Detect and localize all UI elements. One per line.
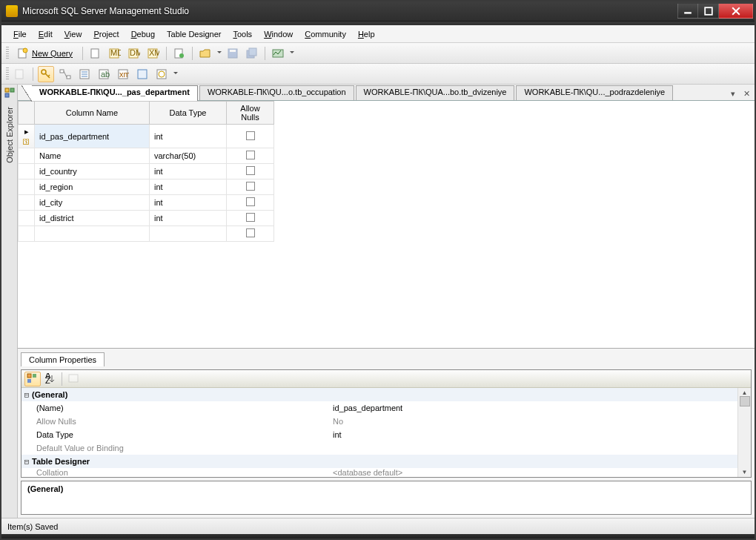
prop-row-name[interactable]: (Name)id_pas_department <box>21 401 737 415</box>
checkbox-unchecked[interactable] <box>246 197 255 206</box>
new-xmla-button[interactable]: XML <box>145 45 162 62</box>
menu-project[interactable]: Project <box>87 28 125 40</box>
menu-file[interactable]: File <box>7 28 33 40</box>
open-project-button[interactable] <box>171 45 188 62</box>
column-name-cell[interactable]: id_country <box>35 164 150 180</box>
open-dropdown[interactable] <box>216 45 222 62</box>
checkbox-unchecked[interactable] <box>246 228 255 237</box>
menu-tools[interactable]: Tools <box>227 28 258 40</box>
checkbox-unchecked[interactable] <box>246 166 255 175</box>
column-row[interactable]: Name varchar(50) <box>19 148 274 164</box>
title-bar[interactable]: Microsoft SQL Server Management Studio <box>1 1 755 22</box>
column-row-empty[interactable] <box>19 226 274 242</box>
category-table-designer[interactable]: ⊟Table Designer <box>21 455 737 468</box>
row-handle[interactable]: ▸⚿ <box>19 125 35 148</box>
column-header-name[interactable]: Column Name <box>35 102 150 125</box>
categorized-button[interactable] <box>24 372 41 386</box>
object-explorer-icon[interactable] <box>3 86 16 99</box>
checkbox-unchecked[interactable] <box>246 151 255 159</box>
menu-edit[interactable]: Edit <box>33 28 59 40</box>
menu-help[interactable]: Help <box>352 28 381 40</box>
fulltext-index-button[interactable]: ab <box>96 66 112 82</box>
column-row[interactable]: id_district int <box>19 211 274 226</box>
checkbox-unchecked[interactable] <box>246 182 255 191</box>
column-type-cell[interactable]: int <box>150 195 227 211</box>
object-explorer-label[interactable]: Object Explorer <box>4 104 16 166</box>
set-primary-key-button[interactable] <box>38 66 54 82</box>
column-header-type[interactable]: Data Type <box>150 102 227 125</box>
column-type-cell[interactable]: int <box>150 125 227 148</box>
column-row[interactable]: id_country int <box>19 164 274 180</box>
new-query-button[interactable]: New Query <box>12 45 78 62</box>
collapse-icon[interactable]: ⊟ <box>21 390 32 400</box>
save-button[interactable] <box>225 45 241 62</box>
new-mdx-button[interactable]: MDX <box>107 45 123 62</box>
column-type-cell[interactable]: varchar(50) <box>150 148 227 164</box>
tab-occupation[interactable]: WORKABLE-ПК\QU...o.tb_occupation <box>199 85 354 100</box>
prop-row-allow-nulls[interactable]: Allow NullsNo <box>21 415 737 428</box>
relationships-button[interactable] <box>57 66 73 82</box>
column-type-cell[interactable]: int <box>150 180 227 195</box>
column-name-cell[interactable]: id_city <box>35 195 150 211</box>
menu-view[interactable]: View <box>59 28 88 40</box>
property-pages-button[interactable] <box>65 372 82 386</box>
maximize-button[interactable] <box>698 4 719 19</box>
menu-table-designer[interactable]: Table Designer <box>161 28 227 40</box>
checkbox-unchecked[interactable] <box>246 213 255 222</box>
alphabetical-button[interactable]: AZ <box>42 372 59 386</box>
column-type-cell[interactable]: int <box>150 164 227 180</box>
toolbar2-overflow[interactable] <box>173 66 178 82</box>
column-properties-tab[interactable]: Column Properties <box>21 352 105 366</box>
generate-change-script-button[interactable] <box>12 66 28 82</box>
property-grid[interactable]: ⊟(General) (Name)id_pas_department Allow… <box>21 388 737 477</box>
properties-scrollbar[interactable]: ▲ ▼ <box>737 388 751 477</box>
prop-value[interactable]: <database default> <box>328 468 737 477</box>
check-constraints-button[interactable] <box>134 66 150 82</box>
close-button[interactable] <box>719 4 753 19</box>
spatial-index-button[interactable] <box>153 66 170 82</box>
table-designer-grid[interactable]: Column Name Data Type Allow Nulls ▸⚿ id_… <box>18 101 755 242</box>
checkbox-unchecked[interactable] <box>246 131 255 140</box>
column-header-nulls[interactable]: Allow Nulls <box>227 102 274 125</box>
prop-value[interactable]: No <box>328 417 737 426</box>
column-name-cell[interactable]: Name <box>35 148 150 164</box>
menu-debug[interactable]: Debug <box>125 28 161 40</box>
manage-indexes-button[interactable] <box>76 66 93 82</box>
menu-window[interactable]: Window <box>258 28 299 40</box>
column-name-cell[interactable]: id_pas_department <box>35 125 150 148</box>
prop-row-data-type[interactable]: Data Typeint <box>21 428 737 441</box>
menu-community[interactable]: Community <box>299 28 352 40</box>
category-general[interactable]: ⊟(General) <box>21 388 737 401</box>
scroll-up-icon[interactable]: ▲ <box>742 389 748 396</box>
scroll-thumb[interactable] <box>740 396 750 406</box>
toolbar2-grip[interactable] <box>6 68 9 81</box>
toolbar-overflow[interactable] <box>289 45 294 62</box>
tab-pas-department[interactable]: WORKABLE-ПК\QU..._pas_department <box>31 85 198 101</box>
save-all-button[interactable] <box>244 45 260 62</box>
column-row-selected[interactable]: ▸⚿ id_pas_department int <box>19 125 274 148</box>
new-dmx-button[interactable]: DMX <box>126 45 142 62</box>
minimize-button[interactable] <box>677 4 698 19</box>
column-type-cell[interactable]: int <box>150 211 227 226</box>
tab-dvizeniye[interactable]: WORKABLE-ПК\QUA...bo.tb_dvizeniye <box>356 85 515 100</box>
active-files-dropdown[interactable]: ▾ <box>728 88 738 99</box>
column-null-cell[interactable] <box>227 125 274 148</box>
scroll-down-icon[interactable]: ▼ <box>742 469 748 475</box>
prop-row-collation[interactable]: Collation<database default> <box>21 468 737 477</box>
object-explorer-panel[interactable]: Object Explorer <box>1 85 18 518</box>
open-file-button[interactable] <box>197 45 213 62</box>
column-name-cell[interactable]: id_district <box>35 211 150 226</box>
xml-index-button[interactable]: xml <box>115 66 131 82</box>
close-tab-button[interactable]: ✕ <box>741 88 752 99</box>
new-file-button[interactable] <box>87 45 104 62</box>
column-row[interactable]: id_region int <box>19 180 274 195</box>
prop-row-default-value[interactable]: Default Value or Binding <box>21 441 737 455</box>
toolbar-grip[interactable] <box>6 47 9 60</box>
column-row[interactable]: id_city int <box>19 195 274 211</box>
prop-value[interactable]: int <box>328 430 737 439</box>
tab-podrazdeleniye[interactable]: WORKABLE-ПК\QU..._podrazdeleniye <box>516 85 673 100</box>
collapse-icon[interactable]: ⊟ <box>21 457 32 467</box>
activity-monitor-button[interactable] <box>270 45 286 62</box>
prop-value[interactable]: id_pas_department <box>328 404 737 412</box>
column-name-cell[interactable]: id_region <box>35 180 150 195</box>
